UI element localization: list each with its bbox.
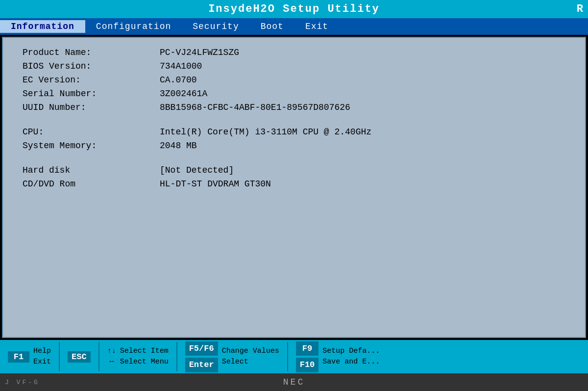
status-f5f6: F5/F6 Enter Change Values Select: [177, 340, 287, 373]
desc-f1: Help Exit: [33, 346, 51, 368]
label-serial-number: Serial Number:: [23, 89, 160, 99]
bottom-center-label: NEC: [283, 377, 305, 387]
info-row-bios: BIOS Version: 734A1000: [23, 61, 565, 71]
desc-select: Select: [222, 357, 279, 368]
label-cddvd: CD/DVD Rom: [23, 179, 160, 189]
key-f5f6: F5/F6: [185, 341, 218, 356]
value-uuid-number: 8BB15968-CFBC-4ABF-80E1-89567D807626: [160, 103, 350, 112]
info-section-storage: Hard disk [Not Detected] CD/DVD Rom HL-D…: [23, 165, 565, 189]
info-section-cpu: CPU: Intel(R) Core(TM) i3-3110M CPU @ 2.…: [23, 127, 565, 151]
bios-screen: InsydeH2O Setup Utility R Information Co…: [0, 0, 588, 391]
label-uuid-number: UUID Number:: [23, 103, 160, 112]
arrow-updown: ↑↓: [107, 346, 116, 357]
label-product-name: Product Name:: [23, 48, 160, 57]
label-ec-version: EC Version:: [23, 75, 160, 85]
status-bar: F1 Help Exit ESC ↑↓ ↔ Select Item Select…: [0, 340, 588, 373]
menu-item-information[interactable]: Information: [0, 20, 85, 33]
status-f9f10: F9 F10 Setup Defa... Save and E...: [288, 340, 388, 373]
desc-change-values: Change Values: [222, 346, 279, 357]
status-f1: F1 Help Exit: [0, 340, 59, 373]
menu-item-boot[interactable]: Boot: [250, 20, 294, 33]
value-memory: 2048 MB: [160, 141, 197, 151]
info-row-hdd: Hard disk [Not Detected]: [23, 165, 565, 175]
desc-f1-help: Help: [33, 346, 51, 357]
key-f1: F1: [8, 351, 29, 363]
info-row-dvd: CD/DVD Rom HL-DT-ST DVDRAM GT30N: [23, 179, 565, 189]
desc-save-and: Save and E...: [322, 357, 380, 368]
label-hard-disk: Hard disk: [23, 165, 160, 175]
title-text: InsydeH2O Setup Utility: [208, 3, 380, 15]
label-cpu: CPU:: [23, 127, 160, 137]
label-bios-version: BIOS Version:: [23, 61, 160, 71]
status-esc: ESC: [60, 340, 98, 373]
desc-select-item: Select Item: [120, 346, 169, 357]
value-bios-version: 734A1000: [160, 61, 202, 71]
bottom-left-label: J VF-G: [5, 379, 40, 386]
value-serial-number: 3Z002461A: [160, 89, 207, 99]
key-f9: F9: [296, 341, 319, 356]
info-row-ec: EC Version: CA.0700: [23, 75, 565, 85]
icon-arrows: ↑↓ ↔: [107, 346, 116, 368]
menu-item-exit[interactable]: Exit: [294, 20, 339, 33]
info-row-cpu: CPU: Intel(R) Core(TM) i3-3110M CPU @ 2.…: [23, 127, 565, 137]
info-row-serial: Serial Number: 3Z002461A: [23, 89, 565, 99]
menu-item-security[interactable]: Security: [182, 20, 249, 33]
menu-item-configuration[interactable]: Configuration: [85, 20, 182, 33]
value-cpu: Intel(R) Core(TM) i3-3110M CPU @ 2.40GHz: [160, 127, 371, 137]
desc-setup-default: Setup Defa...: [322, 346, 380, 357]
info-row-uuid: UUID Number: 8BB15968-CFBC-4ABF-80E1-895…: [23, 103, 565, 112]
desc-esc-exit: Exit: [33, 357, 51, 368]
status-arrows: ↑↓ ↔ Select Item Select Menu: [99, 340, 176, 373]
value-product-name: PC-VJ24LFWZ1SZG: [160, 48, 239, 57]
value-cddvd: HL-DT-ST DVDRAM GT30N: [160, 179, 271, 189]
value-ec-version: CA.0700: [160, 75, 197, 85]
bottom-bar: J VF-G NEC: [0, 373, 588, 391]
desc-f9f10-keys: F9 F10: [296, 341, 319, 372]
key-f10: F10: [296, 358, 319, 372]
desc-f9f10-text: Setup Defa... Save and E...: [322, 346, 380, 368]
info-section-system: Product Name: PC-VJ24LFWZ1SZG BIOS Versi…: [23, 48, 565, 112]
label-memory: System Memory:: [23, 141, 160, 151]
info-row-product: Product Name: PC-VJ24LFWZ1SZG: [23, 48, 565, 57]
main-content: Product Name: PC-VJ24LFWZ1SZG BIOS Versi…: [2, 37, 586, 338]
value-hard-disk: [Not Detected]: [160, 165, 234, 175]
desc-select-menu: Select Menu: [120, 357, 169, 368]
info-row-memory: System Memory: 2048 MB: [23, 141, 565, 151]
desc-f5f6-keys: F5/F6 Enter: [185, 341, 218, 372]
desc-arrows: Select Item Select Menu: [120, 346, 169, 368]
desc-f5f6-text: Change Values Select: [222, 346, 279, 368]
arrow-leftright: ↔: [109, 357, 114, 368]
corner-label: R: [577, 3, 588, 15]
title-bar: InsydeH2O Setup Utility R: [0, 0, 588, 18]
key-enter: Enter: [185, 358, 218, 372]
key-esc: ESC: [68, 351, 91, 363]
menu-bar: Information Configuration Security Boot …: [0, 18, 588, 35]
